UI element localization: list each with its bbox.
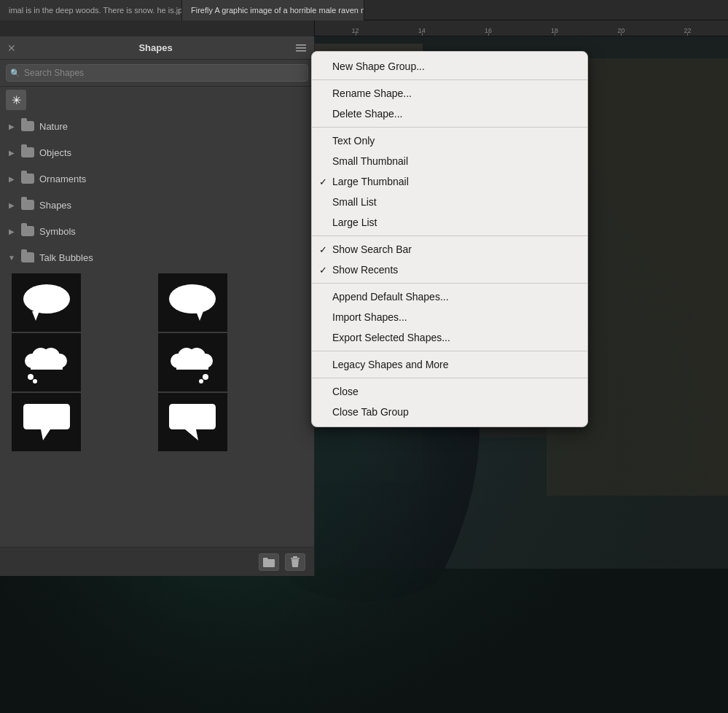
menu-label-export-selected-shapes: Export Selected Shapes... (332, 332, 450, 343)
tree-arrow-objects: ▶ (6, 147, 17, 158)
delete-btn[interactable] (285, 553, 305, 571)
tree-item-shapes[interactable]: ▶ Shapes (0, 192, 314, 218)
menu-label-show-recents: Show Recents (332, 264, 398, 276)
tree-arrow-shapes: ▶ (6, 199, 17, 211)
tab-1[interactable]: imal is in the deep woods. There is snow… (0, 0, 182, 20)
menu-label-text-only: Text Only (332, 135, 375, 147)
tabs-bar: imal is in the deep woods. There is snow… (0, 0, 728, 20)
thumb-cell-4[interactable] (158, 333, 227, 391)
svg-point-12 (169, 284, 216, 313)
ruler-mark-12: 12 (322, 27, 388, 36)
tree-label-ornaments: Ornaments (39, 174, 86, 184)
menu-item-append-default-shapes[interactable]: Append Default Shapes... (312, 287, 587, 307)
menu-item-close[interactable]: Close (312, 381, 587, 402)
menu-item-show-recents[interactable]: Show Recents (312, 260, 587, 280)
recent-item[interactable]: ✳ (0, 87, 314, 113)
svg-rect-8 (296, 47, 306, 49)
tree-item-ornaments[interactable]: ▶ Ornaments (0, 165, 314, 192)
svg-point-27 (199, 379, 203, 383)
menu-separator-5 (312, 351, 587, 351)
panel-close-btn[interactable]: ✕ (6, 42, 17, 54)
ruler-marks: 12 14 16 18 20 22 (315, 27, 728, 36)
menu-item-new-shape-group[interactable]: New Shape Group... (312, 56, 587, 77)
menu-label-small-thumbnail: Small Thumbnail (332, 155, 408, 167)
tree-label-objects: Objects (39, 147, 71, 158)
menu-label-rename-shape: Rename Shape... (332, 87, 412, 99)
context-menu: New Shape Group... Rename Shape... Delet… (311, 51, 588, 427)
menu-label-legacy-shapes: Legacy Shapes and More (332, 359, 449, 370)
tab-1-label: imal is in the deep woods. There is snow… (9, 6, 182, 15)
tree-item-symbols[interactable]: ▶ Symbols (0, 218, 314, 244)
tree-label-shapes: Shapes (39, 200, 71, 211)
menu-item-large-thumbnail[interactable]: Large Thumbnail (312, 171, 587, 192)
menu-item-export-selected-shapes[interactable]: Export Selected Shapes... (312, 327, 587, 348)
svg-point-26 (203, 374, 208, 380)
ruler-mark-16: 16 (455, 27, 521, 36)
svg-point-20 (33, 379, 37, 383)
svg-rect-29 (293, 556, 297, 558)
shapes-panel: ✕ Shapes 🔍 ✳ ▶ Nature ▶ (0, 36, 315, 576)
tree-item-nature[interactable]: ▶ Nature (0, 113, 314, 139)
svg-rect-9 (296, 50, 306, 52)
folder-icon-shapes (20, 199, 35, 211)
tree-label-talk-bubbles: Talk Bubbles (39, 252, 93, 263)
folder-icon-objects (20, 147, 35, 158)
shape-tree: ▶ Nature ▶ Objects ▶ Ornaments ▶ (0, 113, 314, 547)
menu-label-show-search-bar: Show Search Bar (332, 243, 412, 255)
svg-point-10 (23, 284, 70, 313)
menu-separator-3 (312, 235, 587, 236)
menu-label-large-list: Large List (332, 217, 377, 228)
tree-label-nature: Nature (39, 121, 68, 132)
tree-item-objects[interactable]: ▶ Objects (0, 139, 314, 165)
new-folder-btn[interactable] (259, 553, 279, 571)
svg-marker-11 (32, 311, 39, 321)
ruler-mark-14: 14 (388, 27, 455, 36)
menu-separator-4 (312, 283, 587, 284)
tree-arrow-ornaments: ▶ (6, 173, 17, 184)
menu-item-delete-shape[interactable]: Delete Shape... (312, 104, 587, 124)
tab-2-label: Firefly A graphic image of a horrible ma… (191, 6, 364, 15)
panel-footer (0, 547, 314, 576)
recent-icon: ✳ (6, 90, 26, 110)
panel-header-bg (0, 20, 315, 36)
tab-2[interactable]: Firefly A graphic image of a horrible ma… (182, 0, 364, 20)
menu-label-delete-shape: Delete Shape... (332, 108, 403, 120)
folder-icon-ornaments (20, 173, 35, 184)
panel-title-bar: ✕ Shapes (0, 36, 314, 60)
thumb-cell-6[interactable] (158, 393, 227, 451)
tree-label-symbols: Symbols (39, 226, 76, 237)
menu-item-legacy-shapes[interactable]: Legacy Shapes and More (312, 354, 587, 375)
thumb-cell-1[interactable] (12, 273, 81, 332)
thumb-cell-2[interactable] (158, 273, 227, 332)
svg-point-19 (28, 374, 34, 380)
menu-item-text-only[interactable]: Text Only (312, 130, 587, 151)
tree-item-talk-bubbles[interactable]: ▼ Talk Bubbles (0, 244, 314, 270)
tree-arrow-nature: ▶ (6, 120, 17, 132)
menu-item-large-list[interactable]: Large List (312, 212, 587, 233)
menu-item-close-tab-group[interactable]: Close Tab Group (312, 402, 587, 422)
ruler-mark-20: 20 (588, 27, 654, 36)
search-icon: 🔍 (10, 69, 20, 78)
panel-menu-btn[interactable] (294, 42, 308, 54)
menu-label-close: Close (332, 386, 359, 397)
search-wrap: 🔍 (6, 64, 308, 82)
folder-icon-nature (20, 120, 35, 132)
panel-title: Shapes (138, 42, 172, 53)
thumb-cell-5[interactable] (12, 393, 81, 451)
search-input[interactable] (6, 64, 308, 82)
menu-item-small-thumbnail[interactable]: Small Thumbnail (312, 151, 587, 171)
ruler-mark-22: 22 (654, 27, 721, 36)
menu-item-show-search-bar[interactable]: Show Search Bar (312, 239, 587, 260)
menu-label-large-thumbnail: Large Thumbnail (332, 176, 409, 187)
thumb-cell-3[interactable] (12, 333, 81, 391)
tree-arrow-talk-bubbles: ▼ (6, 252, 17, 263)
menu-item-rename-shape[interactable]: Rename Shape... (312, 83, 587, 104)
menu-separator-1 (312, 79, 587, 80)
folder-icon-symbols (20, 225, 35, 237)
search-bar-container: 🔍 (0, 60, 314, 87)
svg-rect-7 (296, 44, 306, 46)
folder-icon-talk-bubbles (20, 252, 35, 263)
menu-label-small-list: Small List (332, 196, 377, 208)
menu-item-small-list[interactable]: Small List (312, 192, 587, 212)
menu-item-import-shapes[interactable]: Import Shapes... (312, 307, 587, 327)
